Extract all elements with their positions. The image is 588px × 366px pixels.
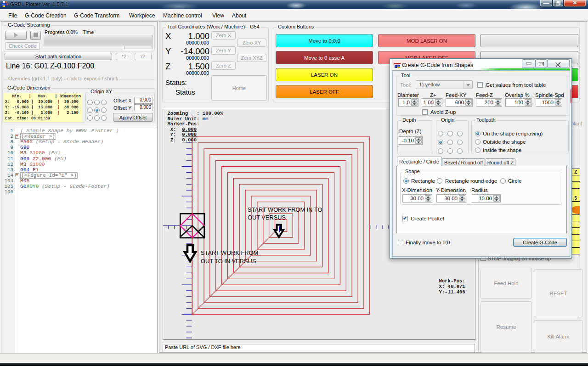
svg-text:Y:-11.496: Y:-11.496 (439, 289, 465, 295)
svg-text:OUT TO IN VERSUS: OUT TO IN VERSUS (201, 258, 256, 265)
svg-text:OUT VERSUS: OUT VERSUS (248, 214, 286, 221)
svg-text:X: 48.071: X: 48.071 (439, 284, 465, 289)
svg-text:X: 0.000: X: 0.000 (168, 127, 197, 132)
svg-text:START WORK FROM IN TO: START WORK FROM IN TO (248, 206, 322, 213)
svg-text:Y: 0.000: Y: 0.000 (168, 132, 197, 137)
svg-text:Z: 0.000: Z: 0.000 (168, 137, 197, 143)
svg-text:START WORK FROM: START WORK FROM (201, 249, 258, 256)
svg-text:Work-Pos:: Work-Pos: (439, 278, 465, 284)
svg-text:Marker-Pos:: Marker-Pos: (168, 121, 200, 127)
svg-text:Ruler Unit: mm: Ruler Unit: mm (168, 116, 209, 122)
svg-text:Zooming : 100.00%: Zooming : 100.00% (168, 111, 223, 116)
